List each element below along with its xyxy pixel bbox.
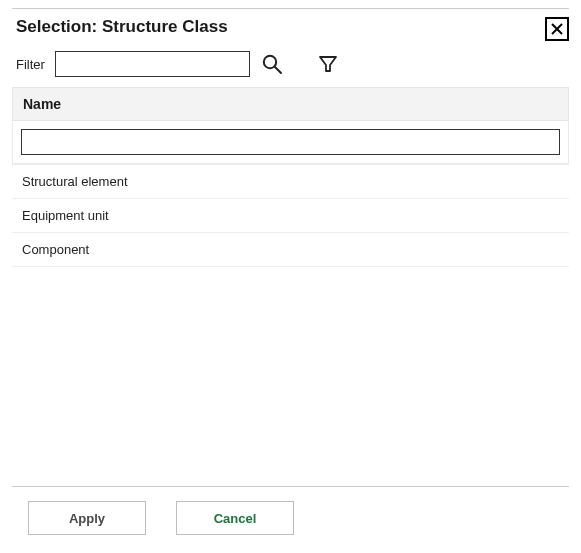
- results-table: Name Structural elementEquipment unitCom…: [12, 87, 569, 267]
- close-icon: [551, 23, 563, 35]
- dialog-footer: Apply Cancel: [0, 487, 581, 553]
- table-row[interactable]: Equipment unit: [12, 199, 569, 233]
- filter-row: Filter: [0, 47, 581, 87]
- svg-line-3: [275, 67, 281, 73]
- cancel-button-label: Cancel: [214, 511, 257, 526]
- spacer: [0, 267, 581, 486]
- row-name: Equipment unit: [22, 208, 109, 223]
- column-header-name: Name: [13, 88, 568, 120]
- row-name: Component: [22, 242, 89, 257]
- search-button[interactable]: [260, 52, 284, 76]
- cancel-button[interactable]: Cancel: [176, 501, 294, 535]
- table-head: Name: [12, 87, 569, 121]
- table-row[interactable]: Component: [12, 233, 569, 267]
- filter-funnel-button[interactable]: [316, 52, 340, 76]
- funnel-icon: [317, 53, 339, 75]
- name-filter-input[interactable]: [21, 129, 560, 155]
- row-name: Structural element: [22, 174, 128, 189]
- table-row[interactable]: Structural element: [12, 164, 569, 199]
- dialog-header: Selection: Structure Class: [0, 9, 581, 47]
- filter-label: Filter: [16, 57, 45, 72]
- search-icon: [261, 53, 283, 75]
- selection-dialog: Selection: Structure Class Filter Name: [0, 0, 581, 553]
- apply-button[interactable]: Apply: [28, 501, 146, 535]
- filter-input[interactable]: [55, 51, 250, 77]
- table-filter-row: [12, 121, 569, 164]
- apply-button-label: Apply: [69, 511, 105, 526]
- dialog-title: Selection: Structure Class: [16, 17, 228, 37]
- table-body: Structural elementEquipment unitComponen…: [12, 164, 569, 267]
- close-button[interactable]: [545, 17, 569, 41]
